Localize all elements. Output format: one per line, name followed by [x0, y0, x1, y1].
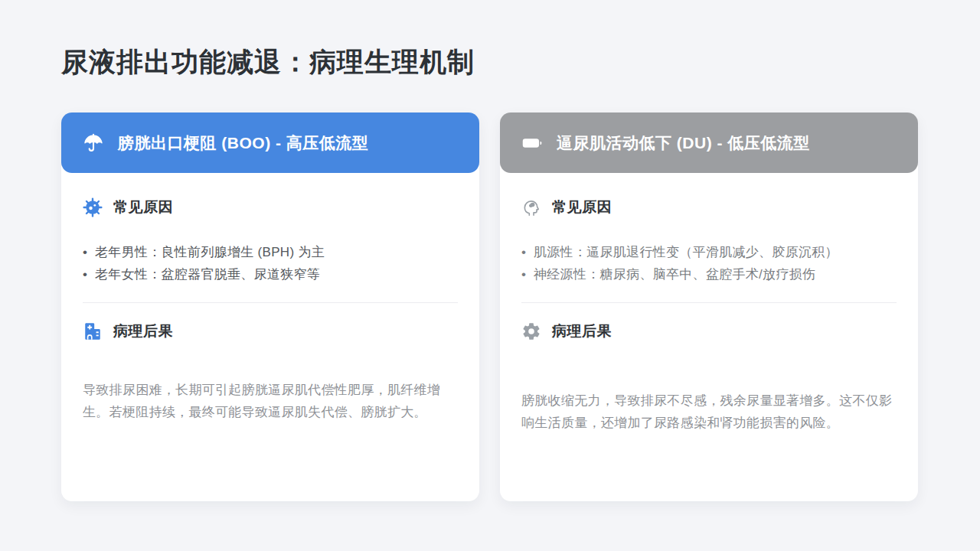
causes-section-header: 常见原因 [521, 197, 897, 217]
cards-row: 膀胱出口梗阻 (BOO) - 高压低流型 [61, 112, 919, 501]
list-item: 老年男性：良性前列腺增生 (BPH) 为主 [83, 241, 458, 263]
virus-icon [83, 197, 103, 217]
card-boo-header: 膀胱出口梗阻 (BOO) - 高压低流型 [61, 112, 479, 173]
page-title: 尿液排出功能减退：病理生理机制 [61, 44, 919, 80]
umbrella-icon [83, 132, 104, 154]
consequences-text: 导致排尿困难，长期可引起膀胱逼尿肌代偿性肥厚，肌纤维增生。若梗阻持续，最终可能导… [83, 380, 458, 423]
consequences-label: 病理后果 [552, 321, 612, 341]
causes-section-header: 常见原因 [83, 197, 458, 217]
head-brain-icon [521, 197, 541, 217]
card-du: 逼尿肌活动低下 (DU) - 低压低流型 常见原因 肌源性：逼尿肌退行性变（平滑… [500, 112, 918, 501]
hospital-icon [83, 321, 103, 341]
card-du-body: 常见原因 肌源性：逼尿肌退行性变（平滑肌减少、胶原沉积） 神经源性：糖尿病、脑卒… [500, 197, 918, 434]
consequences-text: 膀胱收缩无力，导致排尿不尽感，残余尿量显著增多。这不仅影响生活质量，还增加了尿路… [521, 390, 897, 434]
card-du-header: 逼尿肌活动低下 (DU) - 低压低流型 [500, 112, 918, 173]
consequences-label: 病理后果 [113, 321, 173, 341]
card-boo: 膀胱出口梗阻 (BOO) - 高压低流型 [61, 112, 479, 501]
card-boo-body: 常见原因 老年男性：良性前列腺增生 (BPH) 为主 老年女性：盆腔器官脱垂、尿… [61, 197, 479, 423]
list-item: 肌源性：逼尿肌退行性变（平滑肌减少、胶原沉积） [521, 241, 897, 263]
divider [83, 302, 458, 303]
causes-list: 肌源性：逼尿肌退行性变（平滑肌减少、胶原沉积） 神经源性：糖尿病、脑卒中、盆腔手… [521, 241, 897, 285]
consequences-section-header: 病理后果 [521, 321, 897, 341]
consequences-section-header: 病理后果 [83, 321, 458, 341]
card-du-title: 逼尿肌活动低下 (DU) - 低压低流型 [557, 132, 810, 154]
causes-label: 常见原因 [552, 197, 612, 217]
causes-label: 常见原因 [113, 197, 173, 217]
card-boo-title: 膀胱出口梗阻 (BOO) - 高压低流型 [118, 132, 368, 154]
list-item: 老年女性：盆腔器官脱垂、尿道狭窄等 [83, 263, 458, 285]
gear-icon [521, 321, 541, 341]
divider [521, 302, 897, 303]
list-item: 神经源性：糖尿病、脑卒中、盆腔手术/放疗损伤 [521, 263, 897, 285]
slide: 尿液排出功能减退：病理生理机制 膀胱出口梗阻 (BOO) - 高压低流型 [0, 0, 980, 551]
causes-list: 老年男性：良性前列腺增生 (BPH) 为主 老年女性：盆腔器官脱垂、尿道狭窄等 [83, 241, 458, 285]
battery-icon [521, 132, 543, 154]
